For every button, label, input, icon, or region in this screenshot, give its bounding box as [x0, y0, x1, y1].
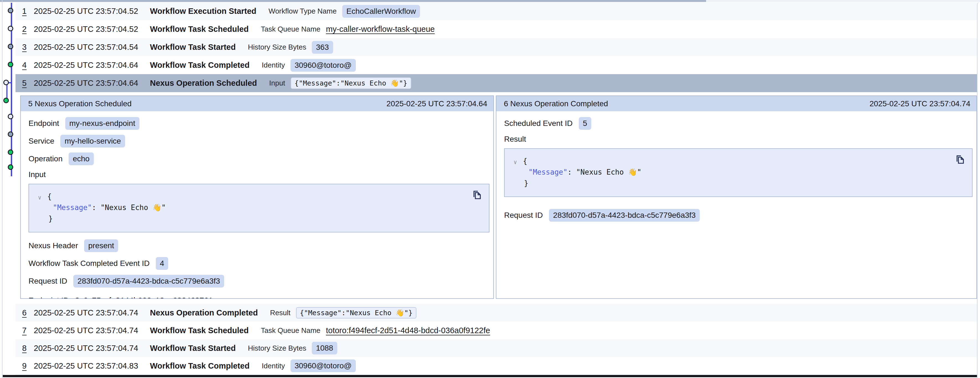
timeline-dot-event-5 — [3, 80, 9, 85]
timeline-dot-event-6 — [3, 98, 9, 103]
field-label-operation: Operation — [29, 155, 62, 163]
field-label-endpoint-id: Endpoint ID — [29, 296, 69, 299]
event-attr-label: Workflow Type Name — [269, 7, 337, 16]
chevron-down-icon[interactable]: ∨ — [514, 156, 517, 168]
event-row-3[interactable]: 3 2025-02-25 UTC 23:57:04.54 Workflow Ta… — [16, 38, 977, 56]
event-row-6[interactable]: 6 2025-02-25 UTC 23:57:04.74 Nexus Opera… — [16, 304, 977, 322]
timeline-dot-event-3 — [8, 44, 13, 49]
panel-header[interactable]: 6 Nexus Operation Completed 2025-02-25 U… — [496, 96, 977, 111]
bottom-dark-bar — [3, 375, 980, 377]
result-json-viewer: ∨{ "Message": "Nexus Echo 👋" } — [504, 148, 972, 197]
field-label-input: Input — [29, 170, 46, 179]
field-label-scheduled-event-id: Scheduled Event ID — [504, 119, 573, 128]
event-row-9[interactable]: 9 2025-02-25 UTC 23:57:04.83 Workflow Ta… — [16, 357, 977, 375]
timeline-graph — [0, 0, 16, 378]
event-id-link[interactable]: 1 — [22, 6, 34, 16]
event-row-5-selected[interactable]: 5 2025-02-25 UTC 23:57:04.64 Nexus Opera… — [16, 74, 977, 92]
event-row-7[interactable]: 7 2025-02-25 UTC 23:57:04.74 Workflow Ta… — [16, 322, 977, 339]
event-type: Workflow Execution Started — [150, 6, 256, 16]
field-label-result: Result — [504, 135, 526, 144]
panel-header[interactable]: 5 Nexus Operation Scheduled 2025-02-25 U… — [21, 96, 493, 111]
event-id-link[interactable]: 8 — [22, 344, 34, 353]
event-payload-chip: {"Message":"Nexus Echo 👋"} — [296, 307, 417, 319]
endpoint-id-link[interactable]: 3c0c75ccfa8144b092c13ce632463761 — [75, 296, 213, 299]
panel-timestamp: 2025-02-25 UTC 23:57:04.74 — [870, 99, 970, 108]
event-timestamp: 2025-02-25 UTC 23:57:04.64 — [34, 78, 150, 88]
panel-title: 6 Nexus Operation Completed — [504, 99, 608, 108]
event-type: Nexus Operation Scheduled — [150, 78, 257, 88]
workflow-history-page: 1 2025-02-25 UTC 23:57:04.52 Workflow Ex… — [0, 0, 980, 378]
field-label-request-id: Request ID — [504, 211, 543, 220]
field-value-request-id: 283fd070-d57a-4423-bdca-c5c779e6a3f3 — [73, 275, 224, 287]
field-value-service: my-hello-service — [60, 135, 125, 147]
field-value-wtc-event-id: 4 — [156, 257, 169, 270]
event-detail-panel-scheduled: 5 Nexus Operation Scheduled 2025-02-25 U… — [20, 96, 494, 299]
event-attr-label: Task Queue Name — [261, 326, 320, 335]
event-row-2[interactable]: 2 2025-02-25 UTC 23:57:04.52 Workflow Ta… — [16, 20, 977, 38]
event-id-link[interactable]: 5 — [22, 78, 34, 88]
event-timestamp: 2025-02-25 UTC 23:57:04.52 — [34, 6, 150, 16]
event-id-link[interactable]: 3 — [22, 43, 34, 52]
event-timestamp: 2025-02-25 UTC 23:57:04.74 — [34, 326, 150, 335]
event-timestamp: 2025-02-25 UTC 23:57:04.74 — [34, 344, 150, 353]
field-value-nexus-header: present — [84, 239, 118, 252]
task-queue-link[interactable]: totoro:f494fecf-2d51-4d48-bdcd-036a0f912… — [326, 326, 490, 335]
chevron-down-icon[interactable]: ∨ — [38, 192, 41, 203]
event-timestamp: 2025-02-25 UTC 23:57:04.74 — [34, 308, 150, 317]
event-type: Workflow Task Completed — [150, 61, 250, 70]
event-type: Workflow Task Started — [150, 43, 236, 52]
event-payload-chip: {"Message":"Nexus Echo 👋"} — [291, 78, 411, 89]
timeline-dot-event-7 — [8, 114, 13, 119]
event-attr-label: Identity — [262, 61, 285, 69]
event-id-link[interactable]: 7 — [22, 326, 34, 335]
field-label-service: Service — [29, 137, 54, 145]
input-json-viewer: ∨{ "Message": "Nexus Echo 👋" } — [29, 184, 490, 233]
event-attr-badge: EchoCallerWorkflow — [342, 5, 420, 18]
event-attr-label: History Size Bytes — [248, 43, 306, 51]
panel-body: Scheduled Event ID 5 Result ∨{ "Message"… — [496, 111, 977, 298]
panel-timestamp: 2025-02-25 UTC 23:57:04.64 — [387, 99, 487, 108]
event-id-link[interactable]: 4 — [22, 61, 34, 70]
field-value-operation: echo — [68, 153, 94, 165]
field-label-nexus-header: Nexus Header — [29, 241, 78, 250]
event-timestamp: 2025-02-25 UTC 23:57:04.83 — [34, 361, 150, 370]
field-value-request-id: 283fd070-d57a-4423-bdca-c5c779e6a3f3 — [549, 209, 700, 222]
event-detail-panel-completed: 6 Nexus Operation Completed 2025-02-25 U… — [496, 96, 977, 299]
event-type: Workflow Task Completed — [150, 361, 250, 370]
event-type: Workflow Task Started — [150, 344, 236, 353]
top-cropped-row-strip-right — [706, 0, 980, 2]
event-detail-panels: 5 Nexus Operation Scheduled 2025-02-25 U… — [20, 96, 977, 299]
event-timestamp: 2025-02-25 UTC 23:57:04.64 — [34, 61, 150, 70]
timeline-dot-event-10 — [8, 164, 13, 170]
copy-icon[interactable] — [472, 190, 483, 202]
timeline-dot-event-9 — [8, 150, 13, 155]
field-label-wtc-event-id: Workflow Task Completed Event ID — [29, 259, 150, 268]
event-row-8[interactable]: 8 2025-02-25 UTC 23:57:04.74 Workflow Ta… — [16, 339, 977, 357]
event-attr-label: History Size Bytes — [248, 344, 306, 352]
event-type: Nexus Operation Completed — [150, 308, 258, 317]
event-timestamp: 2025-02-25 UTC 23:57:04.52 — [34, 25, 150, 34]
event-attr-label: Task Queue Name — [261, 25, 320, 33]
event-attr-label: Result — [270, 309, 291, 317]
event-type: Workflow Task Scheduled — [150, 25, 249, 34]
event-row-1[interactable]: 1 2025-02-25 UTC 23:57:04.52 Workflow Ex… — [16, 2, 977, 20]
event-id-link[interactable]: 2 — [22, 25, 34, 34]
field-label-request-id: Request ID — [29, 277, 67, 285]
event-attr-label: Identity — [262, 362, 285, 370]
scrollbar-gutter — [977, 2, 980, 378]
task-queue-link[interactable]: my-caller-workflow-task-queue — [326, 25, 435, 34]
event-row-4[interactable]: 4 2025-02-25 UTC 23:57:04.64 Workflow Ta… — [16, 56, 977, 74]
event-id-link[interactable]: 6 — [22, 308, 34, 317]
copy-icon[interactable] — [955, 155, 966, 167]
event-attr-label: Input — [269, 79, 285, 88]
event-attr-badge: 363 — [312, 41, 333, 54]
timeline-dot-event-4 — [8, 62, 13, 67]
event-timestamp: 2025-02-25 UTC 23:57:04.54 — [34, 43, 150, 52]
timeline-dot-event-8 — [8, 131, 13, 137]
top-cropped-row-strip — [0, 0, 706, 2]
timeline-dot-event-2 — [8, 26, 13, 31]
event-rows-top: 1 2025-02-25 UTC 23:57:04.52 Workflow Ex… — [16, 2, 977, 92]
field-value-endpoint: my-nexus-endpoint — [65, 117, 140, 130]
event-attr-badge: 30960@totoro@ — [291, 59, 356, 72]
event-id-link[interactable]: 9 — [22, 361, 34, 370]
